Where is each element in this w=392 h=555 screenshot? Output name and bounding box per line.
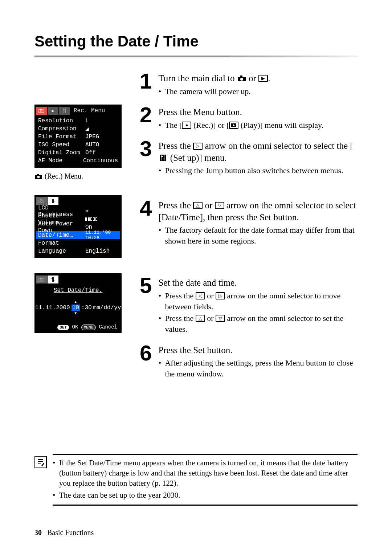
- note-item: If the Set Date/Time menu appears when t…: [53, 458, 358, 489]
- lcd-datetime: Set Date/Time. 11.11.2000 ▲ 10 ▼ :30 mm/…: [34, 273, 122, 333]
- setup-tab-icon: [48, 276, 58, 283]
- note-item: The date can be set up to the year 2030.: [53, 490, 358, 500]
- lcd-rec-menu: ▶ Rec. Menu ResolutionL Compression◢ Fil…: [34, 105, 122, 168]
- memo-icon: [34, 456, 47, 468]
- lcd-caption: (Rec.) Menu.: [34, 172, 125, 180]
- step-bullet: Press the △ or ▽ arrow on the omni selec…: [158, 313, 358, 334]
- setup-icon: [158, 154, 168, 162]
- step-4: 4 Press the △ or ▽ arrow on the omni sel…: [140, 199, 358, 247]
- right-arrow-icon: ▷: [216, 292, 225, 299]
- step-5: 5 Set the date and time. Press the ◁ or …: [140, 276, 358, 335]
- svg-point-26: [240, 78, 243, 81]
- step-bullet: The [● (Rec.)] or [ (Play)] menu will di…: [158, 120, 358, 131]
- svg-rect-33: [163, 159, 165, 159]
- step-bullet: Press the ◁ or ▷ arrow on the omni selec…: [158, 290, 358, 312]
- play-icon: [229, 122, 238, 129]
- svg-rect-15: [52, 200, 53, 200]
- step-2: 2 Press the Menu button. The [● (Rec.)] …: [140, 106, 358, 131]
- step-number: 5: [140, 276, 152, 295]
- step-number: 1: [140, 72, 152, 90]
- svg-rect-20: [52, 277, 53, 282]
- down-arrow-icon: ▽: [215, 202, 224, 209]
- svg-rect-5: [63, 109, 65, 110]
- step-1: 1 Turn the main dial to or ▶. The camera…: [140, 72, 358, 98]
- step-bullet: After adjusting the settings, press the …: [158, 358, 358, 379]
- svg-rect-25: [240, 76, 242, 77]
- svg-rect-32: [161, 156, 163, 157]
- page-title: Setting the Date / Time: [34, 33, 358, 50]
- play-dial-icon: ▶: [258, 75, 268, 82]
- step-3: 3 Press the ▷ arrow on the omni selector…: [140, 139, 358, 177]
- svg-rect-18: [40, 278, 42, 279]
- title-underline: [34, 56, 358, 57]
- svg-rect-1: [40, 109, 42, 110]
- menu-row: AF ModeContinuous: [36, 157, 120, 165]
- step-bullet: Pressing the Jump button also switches b…: [158, 165, 358, 176]
- step-bullet: The factory default for the date format …: [158, 225, 358, 246]
- step-number: 2: [140, 106, 152, 124]
- camera-tab-icon: [36, 197, 47, 205]
- menu-row: ResolutionL: [36, 117, 120, 125]
- svg-rect-6: [65, 111, 66, 112]
- svg-rect-22: [52, 278, 53, 279]
- datetime-value: 11.11.2000 ▲ 10 ▼ :30 mm/dd/yy: [36, 302, 120, 314]
- menu-row: LanguageEnglish: [36, 247, 120, 255]
- camera-tab-icon: [36, 276, 47, 283]
- up-arrow-icon: △: [193, 202, 203, 209]
- svg-rect-14: [53, 199, 54, 203]
- down-arrow-icon: ▽: [216, 315, 225, 322]
- rec-icon: ●: [182, 122, 191, 129]
- camera-dial-icon: [237, 75, 246, 82]
- svg-rect-3: [64, 109, 64, 113]
- datetime-footer: SET OK MENU Cancel: [36, 314, 120, 331]
- play-tab-icon: ▶: [48, 107, 58, 115]
- svg-point-9: [37, 176, 40, 178]
- svg-rect-13: [52, 199, 53, 203]
- svg-point-2: [41, 110, 42, 112]
- note-box: If the Set Date/Time menu appears when t…: [34, 454, 358, 506]
- lcd-setup-menu: LCD Brightness☀ Shutter Volume Auto Powe…: [34, 195, 122, 258]
- svg-rect-11: [40, 199, 42, 200]
- left-arrow-icon: ◁: [196, 292, 205, 299]
- svg-rect-4: [65, 109, 66, 113]
- setup-tab-icon: [48, 197, 58, 205]
- right-arrow-icon: ▷: [193, 143, 203, 150]
- svg-point-19: [41, 279, 42, 281]
- svg-rect-29: [160, 155, 166, 161]
- menu-row: ISO SpeedAUTO: [36, 141, 120, 149]
- menu-row-selected: Date/Time…11.11.'00 10:28: [36, 231, 120, 239]
- menu-row: Digital ZoomOff: [36, 149, 120, 157]
- setup-tab-icon: [59, 107, 70, 115]
- camera-tab-icon: [36, 107, 47, 115]
- step-number: 4: [140, 199, 152, 217]
- svg-rect-23: [53, 280, 54, 281]
- svg-rect-21: [53, 277, 54, 282]
- svg-marker-37: [41, 463, 44, 466]
- menu-row: File FormatJPEG: [36, 133, 120, 141]
- rec-menu-label: Rec. Menu: [74, 107, 105, 114]
- step-number: 6: [140, 344, 152, 362]
- step-number: 3: [140, 139, 152, 158]
- step-6: 6 Press the Set button. After adjusting …: [140, 344, 358, 380]
- menu-row: Compression◢: [36, 125, 120, 133]
- svg-rect-31: [164, 155, 164, 160]
- step-bullet: The camera will power up.: [158, 86, 358, 97]
- up-arrow-icon: △: [196, 315, 205, 322]
- datetime-title: Set Date/Time.: [36, 284, 120, 297]
- svg-rect-16: [53, 201, 54, 202]
- svg-point-12: [41, 201, 42, 203]
- svg-rect-8: [37, 174, 39, 175]
- page-footer: 30 Basic Functions: [34, 529, 94, 537]
